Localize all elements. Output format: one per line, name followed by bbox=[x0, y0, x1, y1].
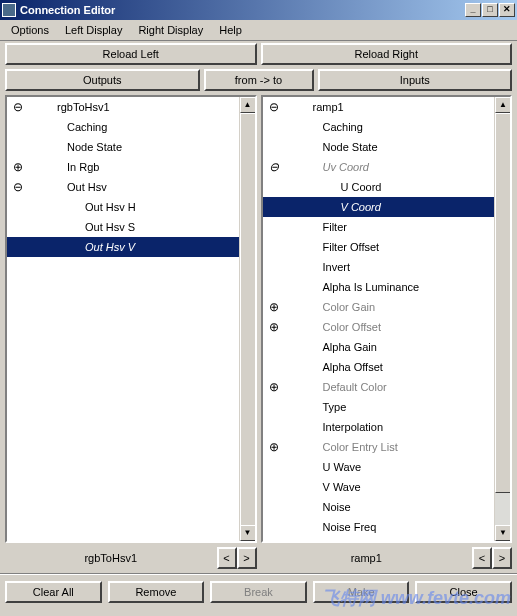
tree-label: Caching bbox=[323, 121, 363, 133]
expand-icon[interactable]: ⊕ bbox=[267, 440, 281, 454]
tree-item[interactable]: ⊕Color Gain bbox=[263, 297, 495, 317]
scroll-up-icon[interactable]: ▲ bbox=[240, 97, 256, 113]
tree-label: Out Hsv S bbox=[85, 221, 135, 233]
tree-label: Filter bbox=[323, 221, 347, 233]
collapse-icon[interactable]: ⊖ bbox=[267, 160, 281, 174]
tree-item[interactable]: Invert bbox=[263, 257, 495, 277]
menu-left-display[interactable]: Left Display bbox=[58, 22, 129, 38]
tree-label: In Rgb bbox=[67, 161, 99, 173]
tree-label: Alpha Is Luminance bbox=[323, 281, 420, 293]
menu-help[interactable]: Help bbox=[212, 22, 249, 38]
clear-all-button[interactable]: Clear All bbox=[5, 581, 102, 603]
right-tree[interactable]: ⊖ramp1CachingNode State⊖Uv CoordU CoordV… bbox=[263, 97, 495, 541]
scroll-up-icon[interactable]: ▲ bbox=[495, 97, 511, 113]
left-tree[interactable]: ⊖rgbToHsv1CachingNode State⊕In Rgb⊖Out H… bbox=[7, 97, 239, 541]
scroll-down-icon[interactable]: ▼ bbox=[240, 525, 256, 541]
window-title: Connection Editor bbox=[20, 4, 465, 16]
tree-label: Out Hsv V bbox=[85, 241, 135, 253]
remove-button[interactable]: Remove bbox=[108, 581, 205, 603]
collapse-icon[interactable]: ⊖ bbox=[11, 180, 25, 194]
tree-label: Noise bbox=[323, 501, 351, 513]
tree-item[interactable]: ⊕Default Color bbox=[263, 377, 495, 397]
tree-item[interactable]: Noise bbox=[263, 497, 495, 517]
reload-right-button[interactable]: Reload Right bbox=[261, 43, 513, 65]
left-node-name-box: rgbToHsv1 < > bbox=[5, 547, 257, 569]
expand-icon[interactable]: ⊕ bbox=[267, 300, 281, 314]
collapse-icon[interactable]: ⊖ bbox=[267, 100, 281, 114]
tree-item[interactable]: Caching bbox=[7, 117, 239, 137]
left-prev-button[interactable]: < bbox=[217, 547, 237, 569]
left-scrollbar[interactable]: ▲ ▼ bbox=[239, 97, 255, 541]
tree-root[interactable]: ⊖ramp1 bbox=[263, 97, 495, 117]
menu-bar: Options Left Display Right Display Help bbox=[0, 20, 517, 41]
tree-item[interactable]: Alpha Is Luminance bbox=[263, 277, 495, 297]
tree-item[interactable]: U Wave bbox=[263, 457, 495, 477]
tree-label: Node State bbox=[67, 141, 122, 153]
tree-item[interactable]: Out Hsv H bbox=[7, 197, 239, 217]
tree-item[interactable]: ⊕In Rgb bbox=[7, 157, 239, 177]
tree-item[interactable]: Interpolation bbox=[263, 417, 495, 437]
tree-item[interactable]: Filter bbox=[263, 217, 495, 237]
left-next-button[interactable]: > bbox=[237, 547, 257, 569]
scroll-thumb[interactable] bbox=[240, 113, 256, 529]
right-prev-button[interactable]: < bbox=[472, 547, 492, 569]
left-node-name: rgbToHsv1 bbox=[5, 552, 217, 564]
expand-icon[interactable]: ⊕ bbox=[267, 320, 281, 334]
tree-item[interactable]: Hue Noise bbox=[263, 537, 495, 541]
tree-item[interactable]: Noise Freq bbox=[263, 517, 495, 537]
tree-label: Default Color bbox=[323, 381, 387, 393]
tree-item[interactable]: Alpha Offset bbox=[263, 357, 495, 377]
right-scrollbar[interactable]: ▲ ▼ bbox=[494, 97, 510, 541]
tree-item[interactable]: ⊖Uv Coord bbox=[263, 157, 495, 177]
right-next-button[interactable]: > bbox=[492, 547, 512, 569]
tree-item[interactable]: Node State bbox=[7, 137, 239, 157]
tree-item[interactable]: U Coord bbox=[263, 177, 495, 197]
tree-item[interactable]: ⊕Color Entry List bbox=[263, 437, 495, 457]
reload-left-button[interactable]: Reload Left bbox=[5, 43, 257, 65]
tree-item[interactable]: Out Hsv S bbox=[7, 217, 239, 237]
tree-label: Type bbox=[323, 401, 347, 413]
expand-icon[interactable]: ⊕ bbox=[11, 160, 25, 174]
tree-label: U Wave bbox=[323, 461, 362, 473]
tree-item[interactable]: V Wave bbox=[263, 477, 495, 497]
tree-label: V Coord bbox=[341, 201, 381, 213]
tree-label: rgbToHsv1 bbox=[57, 101, 110, 113]
tree-root[interactable]: ⊖rgbToHsv1 bbox=[7, 97, 239, 117]
tree-item[interactable]: Filter Offset bbox=[263, 237, 495, 257]
inputs-label[interactable]: Inputs bbox=[318, 69, 513, 91]
scroll-thumb[interactable] bbox=[495, 113, 511, 493]
tree-label: Color Entry List bbox=[323, 441, 398, 453]
tree-item[interactable]: ⊖Out Hsv bbox=[7, 177, 239, 197]
menu-options[interactable]: Options bbox=[4, 22, 56, 38]
minimize-button[interactable]: _ bbox=[465, 3, 481, 17]
tree-label: Filter Offset bbox=[323, 241, 380, 253]
make-button[interactable]: Make bbox=[313, 581, 410, 603]
tree-item[interactable]: Alpha Gain bbox=[263, 337, 495, 357]
tree-label: Invert bbox=[323, 261, 351, 273]
tree-label: Uv Coord bbox=[323, 161, 369, 173]
tree-label: Interpolation bbox=[323, 421, 384, 433]
tree-label: V Wave bbox=[323, 481, 361, 493]
from-to-button[interactable]: from -> to bbox=[204, 69, 314, 91]
tree-label: Caching bbox=[67, 121, 107, 133]
right-panel: ⊖ramp1CachingNode State⊖Uv CoordU CoordV… bbox=[261, 95, 513, 543]
expand-icon[interactable]: ⊕ bbox=[267, 380, 281, 394]
close-window-button[interactable]: ✕ bbox=[499, 3, 515, 17]
menu-right-display[interactable]: Right Display bbox=[131, 22, 210, 38]
tree-label: ramp1 bbox=[313, 101, 344, 113]
collapse-icon[interactable]: ⊖ bbox=[11, 100, 25, 114]
break-button[interactable]: Break bbox=[210, 581, 307, 603]
tree-item[interactable]: Caching bbox=[263, 117, 495, 137]
tree-item[interactable]: Type bbox=[263, 397, 495, 417]
app-icon bbox=[2, 3, 16, 17]
tree-item[interactable]: V Coord bbox=[263, 197, 495, 217]
tree-item[interactable]: Out Hsv V bbox=[7, 237, 239, 257]
tree-item[interactable]: Node State bbox=[263, 137, 495, 157]
scroll-down-icon[interactable]: ▼ bbox=[495, 525, 511, 541]
tree-label: Color Gain bbox=[323, 301, 376, 313]
close-button[interactable]: Close bbox=[415, 581, 512, 603]
outputs-label[interactable]: Outputs bbox=[5, 69, 200, 91]
tree-item[interactable]: ⊕Color Offset bbox=[263, 317, 495, 337]
maximize-button[interactable]: □ bbox=[482, 3, 498, 17]
tree-label: Color Offset bbox=[323, 321, 382, 333]
